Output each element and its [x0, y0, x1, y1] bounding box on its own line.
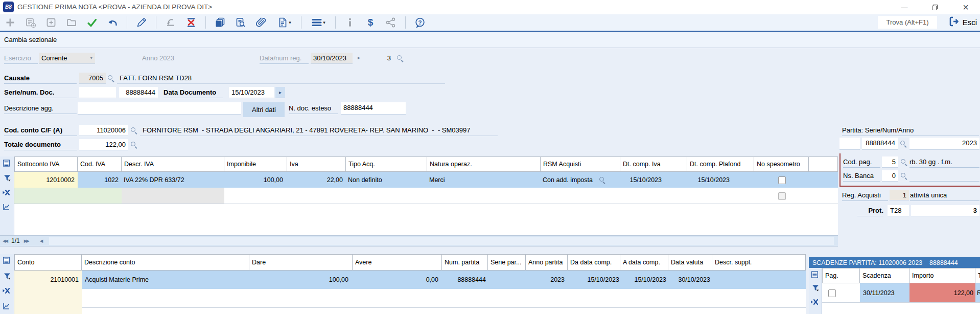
cell-anno-partita[interactable]: 2023	[526, 271, 568, 289]
partita-serie-field[interactable]	[839, 138, 860, 150]
clear-filter-icon[interactable]	[3, 287, 11, 295]
cell-natura-operaz[interactable]: Merci	[427, 172, 541, 188]
filter-icon[interactable]	[4, 273, 12, 280]
prot-serie-field[interactable]: T28	[888, 205, 909, 216]
col-anno-partita[interactable]: Anno partita	[526, 254, 568, 271]
scadenze-grid-row[interactable]: 30/11/2023 122,00 R	[822, 283, 980, 303]
undo-icon[interactable]	[106, 16, 119, 29]
new-row-sottoconto-cell[interactable]	[14, 188, 122, 204]
filter-icon[interactable]	[812, 284, 820, 292]
col-avere[interactable]: Avere	[353, 254, 442, 271]
conto-grid-row[interactable]: 21010001 Acquisti Materie Prime 100,00 0…	[14, 271, 806, 289]
col-conto[interactable]: Conto	[14, 254, 82, 271]
col-rsm-acquisti[interactable]: RSM Acquisti	[541, 156, 620, 172]
col-descr-suppl[interactable]: Descr. suppl.	[712, 254, 806, 271]
add-icon[interactable]	[4, 16, 16, 29]
cell-dare[interactable]: 100,00	[249, 271, 353, 289]
revert-icon[interactable]	[165, 16, 177, 29]
data-documento-next-button[interactable]: ▸	[275, 87, 285, 98]
new-row-rest[interactable]	[82, 289, 806, 307]
cell-num-partita[interactable]: 88888444	[442, 271, 488, 289]
partita-anno-field[interactable]: 2023	[909, 138, 979, 150]
partita-numero-field[interactable]: 88888444	[862, 138, 898, 150]
col-da-data-comp[interactable]: Da data comp.	[568, 254, 620, 271]
insert-icon[interactable]	[45, 16, 57, 29]
col-dt-comp-iva[interactable]: Dt. comp. Iva	[620, 156, 687, 172]
conto-grid-new-row[interactable]	[14, 289, 806, 308]
new-row-descr-cell[interactable]	[122, 188, 224, 204]
first-page-icon[interactable]: ◀◀	[3, 238, 7, 243]
no-spesometro-checkbox-new[interactable]	[778, 192, 786, 200]
cell-scadenza[interactable]: 30/11/2023	[860, 283, 909, 302]
cell-conto[interactable]: 21010001	[14, 271, 82, 289]
grid-menu-icon[interactable]	[3, 160, 11, 167]
chart-icon[interactable]	[3, 204, 11, 211]
edit-icon[interactable]	[135, 16, 148, 29]
col-natura-operaz[interactable]: Natura operaz.	[427, 156, 541, 172]
col-cod-iva[interactable]: Cod. IVA	[78, 156, 122, 172]
filter-icon[interactable]	[4, 174, 12, 182]
data-registrazione-field[interactable]: 30/10/2023	[311, 53, 353, 64]
col-scadenza[interactable]: Scadenza	[860, 268, 909, 283]
pagato-checkbox[interactable]	[828, 289, 836, 297]
ns-banca-field[interactable]: 0	[882, 170, 898, 182]
cell-cod-iva[interactable]: 1022	[78, 172, 122, 188]
share-icon[interactable]	[385, 16, 397, 29]
cell-importo[interactable]: 122,00	[909, 283, 975, 302]
col-tipo-acq[interactable]: Tipo Acq.	[346, 156, 427, 172]
causale-code-field[interactable]: 7005	[79, 73, 106, 84]
new-record-icon[interactable]	[25, 16, 37, 29]
ns-banca-lookup-icon[interactable]	[900, 172, 907, 179]
cell-sottoconto-iva[interactable]: 12010002	[14, 172, 78, 188]
exit-button[interactable]: Esci	[948, 15, 977, 29]
num-registrazione-field[interactable]: 3	[376, 53, 391, 63]
cell-rsm-acquisti[interactable]: Con add. imposta	[541, 172, 620, 188]
col-dare[interactable]: Dare	[249, 254, 353, 271]
chart-icon[interactable]	[3, 303, 11, 310]
find-button[interactable]: Trova (Alt+F1)	[878, 16, 937, 29]
col-iva[interactable]: Iva	[287, 156, 346, 172]
close-button[interactable]: ×	[958, 1, 973, 13]
col-no-spesometro[interactable]: No spesometro	[754, 156, 809, 172]
cambia-sezionale-bar[interactable]: Cambia sezionale	[0, 32, 980, 48]
cell-tipo[interactable]: R	[975, 283, 980, 302]
prot-num-field[interactable]: 3	[911, 205, 979, 216]
currency-icon[interactable]: $	[364, 16, 377, 29]
cell-iva[interactable]: 22,00	[287, 172, 346, 188]
grid-menu-icon[interactable]	[3, 257, 11, 264]
date-next-icon[interactable]: ▸	[358, 55, 360, 60]
col-imponibile[interactable]: Imponibile	[224, 156, 287, 172]
cod-pag-field[interactable]: 5	[882, 156, 898, 168]
cell-dt-comp-plafond[interactable]: 15/10/2023	[687, 172, 754, 188]
new-row-rest[interactable]	[224, 188, 838, 204]
esercizio-select[interactable]: Corrente▾	[39, 53, 95, 64]
iva-grid-new-row[interactable]	[14, 188, 838, 204]
cell-desc-suppl[interactable]	[712, 271, 806, 289]
col-serie-partita[interactable]: Serie par...	[488, 254, 526, 271]
help-icon[interactable]: ?	[414, 16, 426, 29]
cell-serie-partita[interactable]	[488, 271, 526, 289]
reg-acquisti-field[interactable]: 1	[890, 190, 909, 200]
open-icon[interactable]	[65, 16, 78, 29]
cell-a-data-comp[interactable]: 15/10/2023	[620, 271, 668, 289]
cell-data-valuta[interactable]: 30/10/2023	[668, 271, 712, 289]
col-descr-iva[interactable]: Descr. IVA	[122, 156, 224, 172]
col-descrizione-conto[interactable]: Descrizione conto	[82, 254, 249, 271]
document-menu-icon[interactable]: ▾	[275, 16, 293, 29]
copy-icon[interactable]	[214, 16, 226, 29]
cod-conto-field[interactable]: 11020006	[79, 125, 128, 136]
causale-lookup-icon[interactable]	[107, 75, 114, 81]
confirm-icon[interactable]	[86, 16, 98, 29]
list-menu-icon[interactable]: ▾	[310, 16, 327, 29]
totale-lookup-icon[interactable]	[130, 141, 137, 148]
iva-grid-row[interactable]: 12010002 1022 IVA 22% DPR 633/72 100,00 …	[14, 172, 838, 188]
cell-descrizione-conto[interactable]: Acquisti Materie Prime	[82, 271, 249, 289]
search-document-icon[interactable]	[235, 16, 247, 29]
cell-da-data-comp[interactable]: 15/10/2023	[568, 271, 620, 289]
info-icon[interactable]	[344, 16, 356, 29]
cell-tipo-acq[interactable]: Non definito	[346, 172, 427, 188]
col-num-partita[interactable]: Num. partita	[442, 254, 488, 271]
col-tipo[interactable]: T	[975, 268, 980, 283]
serie-doc-field[interactable]	[79, 87, 116, 98]
col-pag[interactable]: Pag.	[822, 268, 860, 283]
